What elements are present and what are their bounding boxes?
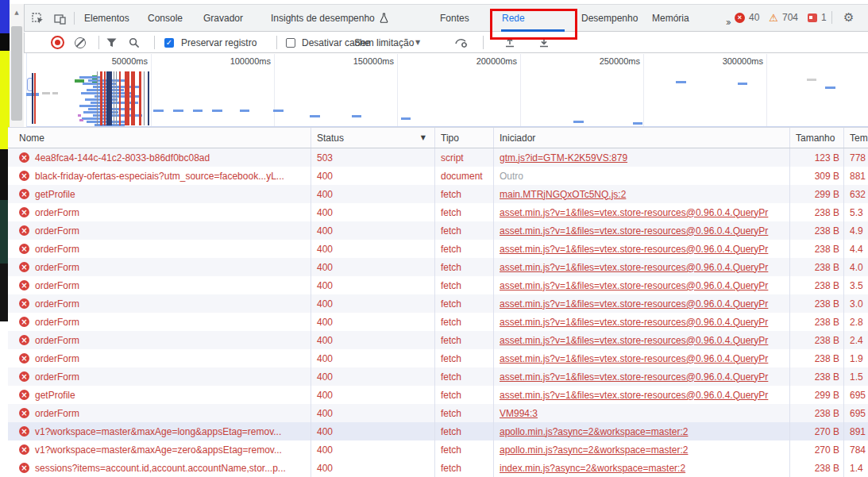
request-name-cell[interactable]: ×orderForm [8,367,311,386]
clear-network-log-button[interactable] [75,33,86,52]
page-behind-segment [0,33,10,51]
initiator-link[interactable]: asset.min.js?v=1&files=vtex.store-resour… [500,353,768,364]
disable-cache-checkbox[interactable] [286,33,295,52]
request-name-cell[interactable]: ×4ea8fca4-144c-41c2-8033-b86df0bc08ad [8,148,311,167]
request-row[interactable]: ×getProfile400fetchasset.min.js?v=1&file… [8,386,868,404]
request-name-cell[interactable]: ×orderForm [8,404,311,422]
initiator-link[interactable]: asset.min.js?v=1&files=vtex.store-resour… [500,298,768,310]
request-name-cell[interactable]: ×sessions?items=account.id,account.accou… [8,459,311,477]
tab-mem-ria[interactable]: Memória [652,5,689,32]
network-conditions-button[interactable] [454,33,468,52]
preserve-log-checkbox[interactable]: ✓ [164,33,174,52]
console-badges[interactable]: × 40 ⚠ 704 1 [735,4,827,31]
request-row[interactable]: ×orderForm400fetchasset.min.js?v=1&files… [8,294,868,313]
request-name-cell[interactable]: ×orderForm [8,294,311,313]
size-cell: 299 B [790,185,844,203]
column-header-status[interactable]: Status ▼ [311,128,435,148]
request-row[interactable]: ×orderForm400fetchasset.min.js?v=1&files… [8,331,868,349]
initiator-link[interactable]: asset.min.js?v=1&files=vtex.store-resour… [500,371,768,383]
initiator-link[interactable]: asset.min.js?v=1&files=vtex.store-resour… [500,335,768,346]
request-name-cell[interactable]: ×orderForm [8,331,311,349]
inspect-element-icon[interactable] [31,13,44,25]
tab-gravador[interactable]: Gravador [203,5,243,32]
request-row[interactable]: ×orderForm400fetchVM994:3238 B695 [8,404,868,422]
request-name-cell[interactable]: ×getProfile [8,386,311,404]
request-name-cell[interactable]: ×orderForm [8,258,311,276]
tab-insights-de-desempenho[interactable]: Insights de desempenho [271,5,388,32]
initiator-link[interactable]: asset.min.js?v=1&files=vtex.store-resour… [500,262,768,273]
initiator-link[interactable]: apollo.min.js?async=2&workspace=master:2 [500,444,688,456]
request-row[interactable]: ×getProfile400fetchmain.MTRjNGQxOTc5NQ.j… [8,185,868,203]
request-name-cell[interactable]: ×orderForm [8,240,311,258]
request-name-cell[interactable]: ×black-friday-ofertas-especiais?utm_sour… [8,167,311,185]
initiator-cell: asset.min.js?v=1&files=vtex.store-resour… [494,221,790,240]
request-row[interactable]: ×black-friday-ofertas-especiais?utm_sour… [8,167,868,185]
initiator-link[interactable]: asset.min.js?v=1&files=vtex.store-resour… [500,225,768,237]
request-row[interactable]: ×orderForm400fetchasset.min.js?v=1&files… [8,240,868,258]
settings-gear-icon[interactable]: ⚙ [843,12,854,24]
request-error-icon: × [19,426,29,437]
request-name-cell[interactable]: ×v1?workspace=master&maxAge=zero&appsEta… [8,440,311,459]
kebab-menu-icon[interactable]: ⋮ [865,12,868,23]
request-row[interactable]: ×v1?workspace=master&maxAge=zero&appsEta… [8,440,868,459]
device-toolbar-icon[interactable] [53,13,66,25]
column-header-time[interactable]: Tempo [844,128,868,148]
request-row[interactable]: ×orderForm400fetchasset.min.js?v=1&files… [8,258,868,276]
request-name-cell[interactable]: ×v1?workspace=master&maxAge=long&appsEta… [8,422,311,440]
throttling-select[interactable]: Sem limitação [354,33,414,52]
overview-handle[interactable] [27,78,33,91]
initiator-cell: asset.min.js?v=1&files=vtex.store-resour… [494,294,790,313]
request-row[interactable]: ×orderForm400fetchasset.min.js?v=1&files… [8,367,868,386]
request-row[interactable]: ×orderForm400fetchasset.min.js?v=1&files… [8,276,868,294]
request-row[interactable]: ×orderForm400fetchasset.min.js?v=1&files… [8,349,868,367]
network-overview-timeline[interactable]: 50000ms100000ms150000ms200000ms250000ms3… [26,53,868,127]
request-name-cell[interactable]: ×orderForm [8,203,311,221]
search-button[interactable] [129,33,140,52]
initiator-link[interactable]: VM994:3 [500,408,538,419]
initiator-link[interactable]: asset.min.js?v=1&files=vtex.store-resour… [500,280,768,291]
request-name-cell[interactable]: ×getProfile [8,185,311,203]
initiator-link[interactable]: asset.min.js?v=1&files=vtex.store-resour… [500,207,768,218]
initiator-link[interactable]: apollo.min.js?async=2&workspace=master:2 [500,426,688,437]
request-row[interactable]: ×orderForm400fetchasset.min.js?v=1&files… [8,313,868,331]
request-row[interactable]: ×v1?workspace=master&maxAge=long&appsEta… [8,422,868,440]
time-cell: 4.9 [844,221,868,240]
initiator-link[interactable]: asset.min.js?v=1&files=vtex.store-resour… [500,244,768,255]
status-cell: 400 [311,440,435,459]
tab-desempenho[interactable]: Desempenho [581,5,638,32]
column-header-initiator[interactable]: Iniciador [494,128,790,148]
request-name-cell[interactable]: ×orderForm [8,349,311,367]
time-cell: 4.4 [844,240,868,258]
record-network-log-button[interactable] [51,33,64,52]
request-row[interactable]: ×4ea8fca4-144c-41c2-8033-b86df0bc08ad503… [8,148,868,167]
request-row[interactable]: ×sessions?items=account.id,account.accou… [8,459,868,477]
initiator-cell: Outro [494,167,790,185]
scroll-up-arrow-icon[interactable]: ▲ [10,6,24,19]
page-scrollbar[interactable]: ▲ [10,4,24,127]
initiator-link[interactable]: asset.min.js?v=1&files=vtex.store-resour… [500,390,768,401]
tab-elementos[interactable]: Elementos [84,5,129,32]
column-header-name[interactable]: Nome [8,128,311,148]
initiator-link[interactable]: main.MTRjNGQxOTc5NQ.js:2 [500,189,626,200]
grid-header-row: Nome Status ▼ Tipo Iniciador Tamanho Tem… [8,127,868,148]
column-header-size[interactable]: Tamanho [790,128,844,148]
filter-button[interactable] [106,33,117,52]
initiator-link[interactable]: gtm.js?id=GTM-K2K59VS:879 [500,152,627,163]
request-name-cell[interactable]: ×orderForm [8,221,311,240]
initiator-link[interactable]: index.min.js?async=2&workspace=master:2 [500,463,685,474]
more-tabs-chevron-icon[interactable]: ›› [726,9,730,36]
request-name-cell[interactable]: ×orderForm [8,276,311,294]
initiator-cell: index.min.js?async=2&workspace=master:2 [494,459,790,477]
status-cell: 400 [311,167,435,185]
request-name-cell[interactable]: ×orderForm [8,313,311,331]
preserve-log-label[interactable]: Preservar registro [181,33,257,52]
dropdown-arrow-icon[interactable]: ▼ [415,33,420,52]
tab-fontes[interactable]: Fontes [440,5,469,32]
request-row[interactable]: ×orderForm400fetchasset.min.js?v=1&files… [8,203,868,221]
initiator-link[interactable]: asset.min.js?v=1&files=vtex.store-resour… [500,317,768,328]
request-row[interactable]: ×orderForm400fetchasset.min.js?v=1&files… [8,221,868,240]
column-header-type[interactable]: Tipo [435,128,494,148]
tab-console[interactable]: Console [148,5,183,32]
request-name: orderForm [35,371,79,383]
scrollbar-thumb[interactable] [11,26,22,121]
